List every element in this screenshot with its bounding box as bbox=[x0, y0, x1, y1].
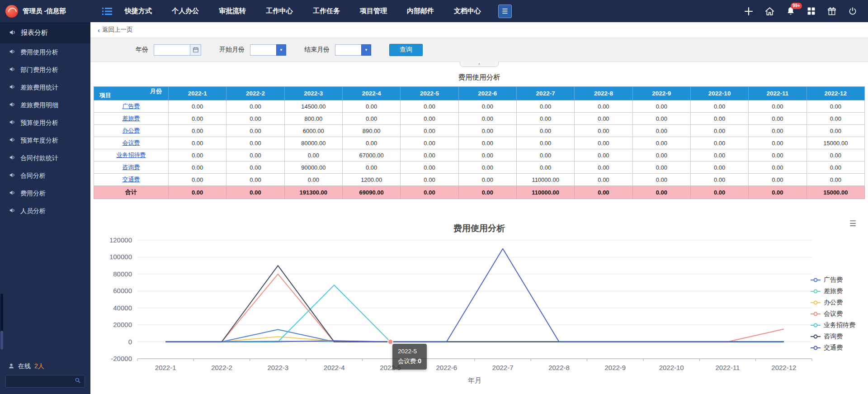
value-cell: 0.00 bbox=[690, 137, 748, 149]
collapse-panel-tab[interactable]: ∧ bbox=[460, 62, 499, 67]
sidebar-item-3[interactable]: 差旅费用统计 bbox=[0, 79, 90, 96]
value-cell: 0.00 bbox=[632, 149, 690, 161]
home-icon[interactable] bbox=[765, 7, 774, 16]
sidebar-item-1[interactable]: 费用使用分析 bbox=[0, 43, 90, 61]
legend-item-1[interactable]: 广告费 bbox=[811, 276, 855, 284]
sidebar-item-4[interactable]: 差旅费用明细 bbox=[0, 96, 90, 114]
app-window: 管理员 -信息部 快捷方式个人办公审批流转工作中心工作任务项目管理内部邮件文档中… bbox=[0, 0, 868, 394]
bell-icon[interactable]: 99+ bbox=[786, 6, 795, 16]
value-cell: 15000.00 bbox=[807, 137, 864, 149]
value-cell: 0.00 bbox=[749, 161, 807, 174]
legend-item-2[interactable]: 差旅费 bbox=[811, 287, 855, 295]
brand[interactable]: 管理员 -信息部 bbox=[0, 5, 90, 18]
svg-text:2022-1: 2022-1 bbox=[155, 364, 176, 371]
total-value-cell: 0.00 bbox=[458, 186, 516, 199]
svg-text:2022-2: 2022-2 bbox=[211, 364, 232, 371]
more-menus-button[interactable]: ☰ bbox=[498, 5, 512, 18]
sidebar-module-title[interactable]: 报表分析 bbox=[0, 22, 90, 43]
start-month-select[interactable]: ▼ bbox=[250, 44, 286, 56]
sidebar-item-10[interactable]: 人员分析 bbox=[0, 202, 90, 220]
value-cell: 0.00 bbox=[401, 100, 458, 113]
sidebar-item-9[interactable]: 费用分析 bbox=[0, 185, 90, 202]
value-cell: 0.00 bbox=[749, 113, 807, 125]
column-header: 2022-10 bbox=[690, 87, 748, 100]
chevron-down-icon[interactable]: ▼ bbox=[361, 44, 371, 56]
sidebar: 报表分析 费用使用分析部门费用分析差旅费用统计差旅费用明细预算使用分析预算年度分… bbox=[0, 22, 90, 394]
back-row: ‹ 返回上一页 bbox=[90, 22, 868, 38]
chevron-down-icon[interactable]: ▼ bbox=[276, 44, 286, 56]
year-input[interactable] bbox=[154, 44, 190, 56]
end-month-select[interactable]: ▼ bbox=[335, 44, 371, 56]
speaker-icon bbox=[9, 137, 15, 144]
top-menu-item-5[interactable]: 工作任务 bbox=[313, 7, 340, 15]
legend-item-6[interactable]: 咨询费 bbox=[811, 332, 855, 341]
category-link[interactable]: 交通费 bbox=[123, 176, 140, 183]
chart-legend: 广告费差旅费办公费会议费业务招待费咨询费交通费 bbox=[811, 276, 855, 355]
value-cell: 0.00 bbox=[575, 161, 632, 174]
top-menu-item-6[interactable]: 项目管理 bbox=[360, 7, 387, 15]
sidebar-item-7[interactable]: 合同付款统计 bbox=[0, 149, 90, 167]
corner-bottom-label: 项目 bbox=[99, 91, 111, 100]
value-cell: 0.00 bbox=[401, 161, 458, 174]
value-cell: 0.00 bbox=[169, 174, 226, 186]
legend-item-3[interactable]: 办公费 bbox=[811, 299, 855, 307]
sidebar-search-input[interactable] bbox=[9, 378, 75, 385]
query-button[interactable]: 查询 bbox=[389, 44, 423, 56]
legend-line-mark bbox=[811, 302, 821, 303]
calendar-button[interactable] bbox=[190, 44, 201, 56]
value-cell: 0.00 bbox=[807, 174, 864, 186]
value-cell: 0.00 bbox=[458, 174, 516, 186]
category-link[interactable]: 办公费 bbox=[123, 127, 140, 134]
search-icon[interactable] bbox=[75, 377, 81, 385]
series-line-1 bbox=[165, 329, 784, 342]
legend-line-mark bbox=[811, 280, 821, 280]
top-menu-item-7[interactable]: 内部邮件 bbox=[407, 7, 434, 15]
sidebar-item-8[interactable]: 合同分析 bbox=[0, 167, 90, 185]
sidebar-bottom: 在线 2人 bbox=[0, 362, 90, 394]
power-icon[interactable] bbox=[848, 7, 857, 16]
total-value-cell: 191300.00 bbox=[284, 186, 342, 199]
category-link[interactable]: 咨询费 bbox=[123, 164, 140, 171]
svg-text:0: 0 bbox=[128, 338, 132, 346]
svg-text:120000: 120000 bbox=[109, 236, 132, 244]
gift-icon[interactable] bbox=[827, 7, 836, 16]
highlight-dot bbox=[388, 339, 393, 344]
legend-item-4[interactable]: 会议费 bbox=[811, 310, 855, 318]
legend-item-7[interactable]: 交通费 bbox=[811, 344, 855, 352]
svg-text:2022-4: 2022-4 bbox=[324, 364, 345, 371]
start-month-value[interactable] bbox=[250, 44, 276, 56]
top-menu-item-4[interactable]: 工作中心 bbox=[266, 7, 293, 15]
sidebar-item-6[interactable]: 预算年度分析 bbox=[0, 132, 90, 149]
total-value-cell: 0.00 bbox=[169, 186, 226, 199]
value-cell: 1200.00 bbox=[342, 174, 400, 186]
category-link[interactable]: 广告费 bbox=[123, 103, 140, 109]
category-link[interactable]: 会议费 bbox=[123, 139, 140, 146]
sidebar-scrollbar[interactable] bbox=[0, 294, 3, 350]
scrollbar-handle[interactable] bbox=[0, 331, 3, 350]
apps-grid-icon[interactable] bbox=[807, 7, 816, 15]
topbar-icons: 99+ bbox=[744, 6, 868, 16]
value-cell: 90000.00 bbox=[284, 161, 342, 174]
top-menu-item-8[interactable]: 文档中心 bbox=[454, 7, 481, 15]
back-link[interactable]: ‹ 返回上一页 bbox=[98, 26, 133, 34]
top-menu-item-2[interactable]: 个人办公 bbox=[172, 7, 199, 15]
plus-icon[interactable] bbox=[744, 7, 753, 16]
total-row: 合计0.000.00191300.0069090.000.000.0011000… bbox=[94, 186, 865, 199]
category-link[interactable]: 业务招待费 bbox=[117, 152, 146, 158]
year-label: 年份 bbox=[136, 46, 148, 54]
top-menu-item-1[interactable]: 快捷方式 bbox=[125, 7, 152, 15]
legend-item-5[interactable]: 业务招待费 bbox=[811, 321, 855, 329]
nav-list-icon[interactable] bbox=[102, 7, 112, 15]
category-link[interactable]: 差旅费 bbox=[123, 115, 140, 122]
total-value-cell: 0.00 bbox=[690, 186, 748, 199]
table-row: 业务招待费0.000.000.0067000.000.000.000.000.0… bbox=[94, 149, 865, 161]
legend-line-mark bbox=[811, 347, 821, 348]
end-month-value[interactable] bbox=[335, 44, 361, 56]
top-menu-item-3[interactable]: 审批流转 bbox=[219, 7, 246, 15]
legend-label: 广告费 bbox=[824, 276, 843, 284]
legend-label: 差旅费 bbox=[824, 287, 843, 295]
grid-lines bbox=[137, 240, 812, 359]
sidebar-item-5[interactable]: 预算使用分析 bbox=[0, 114, 90, 132]
value-cell: 0.00 bbox=[632, 113, 690, 125]
sidebar-item-2[interactable]: 部门费用分析 bbox=[0, 61, 90, 79]
